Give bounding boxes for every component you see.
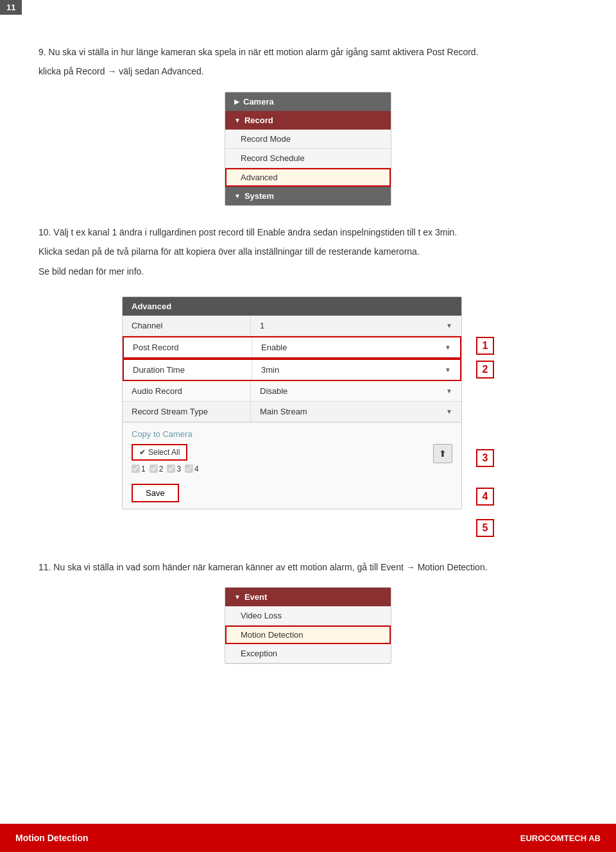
step-11: 11. Nu ska vi ställa in vad som händer n… xyxy=(38,560,578,574)
advanced-panel: Advanced Channel 1 ▼ Post Record Enable … xyxy=(122,296,462,509)
record-mode-item[interactable]: Record Mode xyxy=(225,130,391,149)
record-header[interactable]: ▼ Record xyxy=(225,111,391,130)
step9-text2: klicka på Record → välj sedan Advanced. xyxy=(38,64,578,78)
badge-1: 1 xyxy=(476,337,494,355)
step-10: 10. Välj t ex kanal 1 ändra i rullgardin… xyxy=(38,225,578,278)
ch1-checkbox[interactable]: 1 xyxy=(132,464,146,473)
post-record-value[interactable]: Enable ▼ xyxy=(252,337,460,357)
audio-row: Audio Record Disable ▼ xyxy=(123,381,461,402)
select-all-button[interactable]: ✔ Select All xyxy=(132,444,187,461)
arrow-icon: → xyxy=(107,66,116,76)
post-record-row: Post Record Enable ▼ xyxy=(123,336,461,359)
dropdown-arrow-icon-5: ▼ xyxy=(446,408,452,415)
badge-3-spacer2 xyxy=(470,382,494,405)
footer-left-text: Motion Detection xyxy=(15,833,89,843)
triangle-down-icon-3: ▼ xyxy=(234,593,241,601)
arrow-icon-2: → xyxy=(406,562,415,572)
copy-section: Copy to Camera ✔ Select All 1 xyxy=(123,422,461,509)
dropdown-arrow-icon: ▼ xyxy=(446,322,452,329)
up-arrow-icon: ⬆ xyxy=(439,448,447,459)
exception-item[interactable]: Exception xyxy=(225,644,391,663)
badge-3-spacer3 xyxy=(470,405,494,429)
camera-header: ▶ Camera xyxy=(225,92,391,111)
event-header: ▼ Event xyxy=(225,588,391,606)
triangle-down-icon-2: ▼ xyxy=(234,192,241,200)
stream-label: Record Stream Type xyxy=(123,402,251,422)
badge-4: 4 xyxy=(476,488,494,506)
dropdown-arrow-icon-4: ▼ xyxy=(446,388,452,395)
badge-3-area: 3 xyxy=(470,429,494,487)
copy-label: Copy to Camera xyxy=(132,429,452,439)
duration-label: Duration Time xyxy=(124,360,252,380)
badge-2-row: 2 xyxy=(470,358,494,382)
channel-label: Channel xyxy=(123,316,251,336)
copy-row: ✔ Select All xyxy=(132,444,199,461)
badge-5-row: 5 xyxy=(470,515,494,541)
menu-mockup-1: ▶ Camera ▼ Record Record Mode Record Sch… xyxy=(225,92,391,206)
badge-2: 2 xyxy=(476,361,494,379)
motion-detection-item[interactable]: Motion Detection xyxy=(225,626,391,644)
channel-row: Channel 1 ▼ xyxy=(123,316,461,336)
stream-value[interactable]: Main Stream ▼ xyxy=(251,402,461,422)
channel-value[interactable]: 1 ▼ xyxy=(251,316,461,336)
audio-label: Audio Record xyxy=(123,381,251,401)
step11-text: 11. Nu ska vi ställa in vad som händer n… xyxy=(38,560,578,574)
channel-checkboxes: 1 2 3 4 xyxy=(132,464,199,473)
event-menu: ▼ Event Video Loss Motion Detection Exce… xyxy=(225,587,391,664)
badge-4-row: 4 xyxy=(470,487,494,506)
badge-5: 5 xyxy=(476,519,494,537)
copy-up-button[interactable]: ⬆ xyxy=(433,444,452,463)
ch4-checkbox[interactable]: 4 xyxy=(185,464,199,473)
step10-text2: Klicka sedan på de två pilarna för att k… xyxy=(38,244,578,259)
dropdown-arrow-icon-2: ▼ xyxy=(445,344,451,351)
duration-value[interactable]: 3min ▼ xyxy=(252,360,460,380)
triangle-down-icon: ▼ xyxy=(234,117,241,124)
step10-text3: Se bild nedan för mer info. xyxy=(38,264,578,278)
step10-text1: 10. Välj t ex kanal 1 ändra i rullgardin… xyxy=(38,225,578,239)
record-schedule-item[interactable]: Record Schedule xyxy=(225,149,391,168)
advanced-item[interactable]: Advanced xyxy=(225,168,391,187)
duration-row: Duration Time 3min ▼ xyxy=(123,359,461,381)
post-record-label: Post Record xyxy=(124,337,252,357)
system-header: ▼ System xyxy=(225,187,391,205)
step-9: 9. Nu ska vi ställa in hur länge kameran… xyxy=(38,45,578,79)
page-number: 11 xyxy=(0,0,22,15)
footer-right-text: EUROCOMTECH AB xyxy=(520,833,601,843)
stream-row: Record Stream Type Main Stream ▼ xyxy=(123,402,461,422)
ch3-checkbox[interactable]: 3 xyxy=(167,464,181,473)
ch2-checkbox[interactable]: 2 xyxy=(150,464,164,473)
step9-text1: 9. Nu ska vi ställa in hur länge kameran… xyxy=(38,45,578,59)
advanced-panel-header: Advanced xyxy=(123,297,461,316)
badge-1-spacer xyxy=(470,311,494,334)
dropdown-arrow-icon-3: ▼ xyxy=(445,366,451,373)
badge-1-row: 1 xyxy=(470,334,494,358)
triangle-right-icon: ▶ xyxy=(234,98,239,105)
badge-3: 3 xyxy=(476,449,494,467)
video-loss-item[interactable]: Video Loss xyxy=(225,606,391,626)
audio-value[interactable]: Disable ▼ xyxy=(251,381,461,401)
footer: Motion Detection EUROCOMTECH AB xyxy=(0,824,616,852)
save-button[interactable]: Save xyxy=(132,484,179,502)
